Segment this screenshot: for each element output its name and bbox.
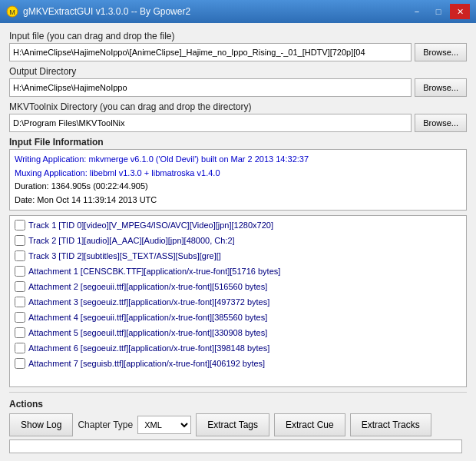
track-label: Attachment 4 [segoeuii.ttf][application/… [28,313,267,322]
input-file-browse-button[interactable]: Browse... [415,43,467,61]
track-label: Attachment 5 [segoeuil.ttf][application/… [28,328,267,337]
extract-cue-button[interactable]: Extract Cue [274,413,345,436]
file-info-group: Input File Information Writing Applicati… [9,137,467,211]
input-file-label: Input file (you can drag and drop the fi… [9,31,467,41]
input-file-group: Input file (you can drag and drop the fi… [9,31,467,61]
track-item: Attachment 2 [segoeuii.ttf][application/… [10,279,466,294]
track-label: Track 2 [TID 1][audio][A_AAC][Audio][jpn… [28,236,235,245]
actions-section: Actions Show Log Chapter Type XMLOGMCUE … [9,392,467,453]
track-checkbox[interactable] [15,266,25,277]
chapter-type-label: Chapter Type [78,420,133,430]
minimize-button[interactable]: − [407,4,427,19]
window-controls: − □ ✕ [407,4,470,19]
main-content: Input file (you can drag and drop the fi… [0,23,476,461]
track-checkbox[interactable] [15,358,25,369]
track-checkbox[interactable] [15,312,25,323]
track-label: Attachment 1 [CENSCBK.TTF][application/x… [28,267,280,276]
mkvtoolnix-row: Browse... [9,114,467,132]
actions-row: Show Log Chapter Type XMLOGMCUE Extract … [9,413,467,436]
track-checkbox[interactable] [15,327,25,338]
track-label: Attachment 7 [seguisb.ttf][application/x… [28,359,265,368]
file-info-title: Input File Information [9,137,467,148]
info-line: Duration: 1364.905s (00:22:44.905) [15,180,461,194]
app-icon: M [6,5,18,18]
track-item: Attachment 3 [segoeuiz.ttf][application/… [10,294,466,310]
track-label: Track 3 [TID 2][subtitles][S_TEXT/ASS][S… [28,251,221,260]
tracks-box[interactable]: Track 1 [TID 0][video][V_MPEG4/ISO/AVC][… [9,215,467,387]
track-label: Track 1 [TID 0][video][V_MPEG4/ISO/AVC][… [28,221,273,230]
output-dir-label: Output Directory [9,66,467,77]
track-item: Attachment 4 [segoeuii.ttf][application/… [10,310,466,325]
chapter-type-select[interactable]: XMLOGMCUE [137,416,191,434]
show-log-button[interactable]: Show Log [9,413,73,436]
title-bar-left: M gMKVExtractGUI v1.3.0.0 -- By Gpower2 [6,5,190,18]
output-dir-group: Output Directory Browse... [9,66,467,97]
output-dir-row: Browse... [9,78,467,97]
extract-tags-button[interactable]: Extract Tags [196,413,269,436]
track-item: Attachment 1 [CENSCBK.TTF][application/x… [10,264,466,279]
track-item: Track 1 [TID 0][video][V_MPEG4/ISO/AVC][… [10,217,466,233]
input-file-input[interactable] [9,43,412,61]
track-item: Track 2 [TID 1][audio][A_AAC][Audio][jpn… [10,233,466,248]
window-title: gMKVExtractGUI v1.3.0.0 -- By Gpower2 [23,6,190,17]
info-line: Writing Application: mkvmerge v6.1.0 ('O… [15,153,461,167]
track-checkbox[interactable] [15,297,25,307]
track-item: Attachment 7 [seguisb.ttf][application/x… [10,356,466,371]
track-checkbox[interactable] [15,281,25,292]
svg-text:M: M [9,8,15,16]
mkvtoolnix-input[interactable] [9,114,412,132]
info-line: Muxing Application: libebml v1.3.0 + lib… [15,167,461,181]
file-info-box: Writing Application: mkvmerge v6.1.0 ('O… [9,149,467,211]
track-checkbox[interactable] [15,235,25,246]
maximize-button[interactable]: □ [428,4,448,19]
mkvtoolnix-browse-button[interactable]: Browse... [415,114,467,132]
track-label: Attachment 6 [segoeuiz.ttf][application/… [28,343,269,353]
title-bar: M gMKVExtractGUI v1.3.0.0 -- By Gpower2 … [0,0,476,23]
track-label: Attachment 2 [segoeuii.ttf][application/… [28,282,267,291]
progress-bar-container [9,439,462,453]
track-label: Attachment 3 [segoeuiz.ttf][application/… [28,297,269,307]
track-checkbox[interactable] [15,220,25,230]
mkvtoolnix-label: MKVToolnix Directory (you can drag and d… [9,101,467,112]
track-item: Track 3 [TID 2][subtitles][S_TEXT/ASS][S… [10,248,466,264]
close-button[interactable]: ✕ [450,4,470,19]
actions-label: Actions [9,399,467,410]
track-checkbox[interactable] [15,343,25,353]
output-dir-browse-button[interactable]: Browse... [415,78,467,97]
mkvtoolnix-group: MKVToolnix Directory (you can drag and d… [9,101,467,132]
track-item: Attachment 6 [segoeuiz.ttf][application/… [10,340,466,356]
progress-row [9,439,467,453]
extract-tracks-button[interactable]: Extract Tracks [350,413,431,436]
track-item: Attachment 5 [segoeuil.ttf][application/… [10,325,466,340]
track-checkbox[interactable] [15,250,25,261]
info-line: Date: Mon Oct 14 11:39:14 2013 UTC [15,194,461,207]
input-file-row: Browse... [9,43,467,61]
output-dir-input[interactable] [9,78,412,97]
